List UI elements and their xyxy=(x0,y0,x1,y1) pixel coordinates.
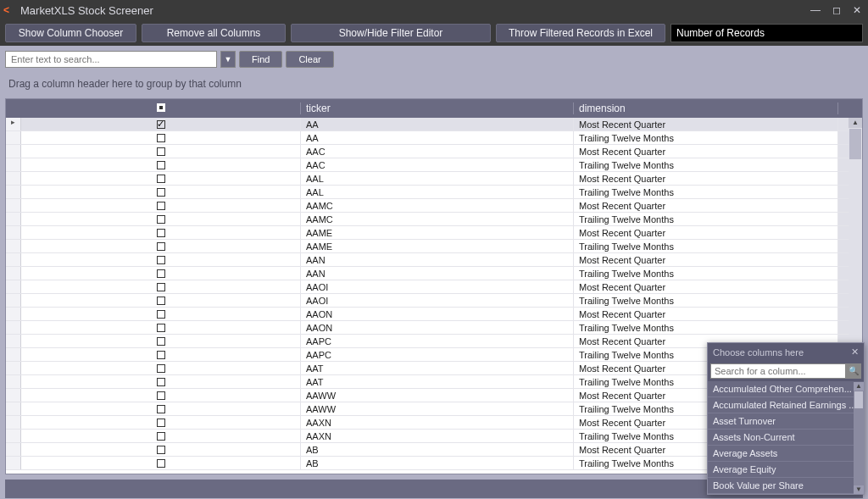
table-row[interactable]: AACMost Recent Quarter xyxy=(6,145,862,158)
ticker-cell[interactable]: AAPC xyxy=(301,348,574,361)
ticker-cell[interactable]: AAC xyxy=(301,145,574,158)
cc-scroll-up-icon[interactable]: ▲ xyxy=(854,382,864,391)
scroll-up-icon[interactable]: ▲ xyxy=(849,118,862,128)
cc-scroll-down-icon[interactable]: ▼ xyxy=(854,485,864,494)
ticker-cell[interactable]: AAPC xyxy=(301,335,574,347)
table-row[interactable]: ▸AAMost Recent Quarter xyxy=(6,118,862,131)
checkbox-icon[interactable] xyxy=(157,188,165,197)
ticker-cell[interactable]: AAMC xyxy=(301,213,574,225)
dimension-cell[interactable]: Most Recent Quarter xyxy=(574,280,838,293)
dimension-cell[interactable]: Trailing Twelve Months xyxy=(574,294,838,307)
remove-all-columns-button[interactable]: Remove all Columns xyxy=(142,24,286,42)
table-row[interactable]: AAMCTrailing Twelve Months xyxy=(6,213,862,226)
row-checkbox-cell[interactable] xyxy=(21,131,301,144)
table-row[interactable]: AAOITrailing Twelve Months xyxy=(6,294,862,308)
ticker-cell[interactable]: AAWW xyxy=(301,402,574,415)
row-checkbox-cell[interactable] xyxy=(21,362,301,374)
dimension-cell[interactable]: Most Recent Quarter xyxy=(574,145,838,158)
search-input[interactable] xyxy=(5,51,217,68)
ticker-cell[interactable]: AB xyxy=(301,457,574,469)
row-checkbox-cell[interactable] xyxy=(21,172,301,185)
checkbox-icon[interactable] xyxy=(157,324,165,332)
row-checkbox-cell[interactable] xyxy=(21,308,301,320)
table-row[interactable]: AANTrailing Twelve Months xyxy=(6,267,862,280)
ticker-cell[interactable]: AAN xyxy=(301,253,574,266)
column-chooser-item[interactable]: Average Equity xyxy=(708,462,864,478)
checkbox-icon[interactable] xyxy=(157,364,165,373)
table-row[interactable]: AAONTrailing Twelve Months xyxy=(6,321,862,335)
ticker-cell[interactable]: AAOI xyxy=(301,294,574,307)
checkbox-icon[interactable] xyxy=(157,242,165,251)
ticker-cell[interactable]: AAL xyxy=(301,172,574,185)
checkbox-icon[interactable] xyxy=(157,337,165,346)
header-checkbox[interactable] xyxy=(21,103,301,114)
table-row[interactable]: AAMETrailing Twelve Months xyxy=(6,240,862,253)
ticker-cell[interactable]: AAC xyxy=(301,158,574,171)
group-by-hint[interactable]: Drag a column header here to group by th… xyxy=(5,73,863,98)
scrollbar-thumb[interactable] xyxy=(849,129,861,159)
checkbox-icon[interactable] xyxy=(157,283,165,291)
ticker-cell[interactable]: AA xyxy=(301,131,574,144)
number-of-records-field[interactable]: Number of Records xyxy=(670,24,863,42)
ticker-cell[interactable]: AAXN xyxy=(301,416,574,429)
show-hide-filter-button[interactable]: Show/Hide Filter Editor xyxy=(291,24,491,42)
checkbox-icon[interactable] xyxy=(157,459,165,468)
ticker-cell[interactable]: AAMC xyxy=(301,199,574,212)
checkbox-icon[interactable] xyxy=(157,405,165,413)
row-checkbox-cell[interactable] xyxy=(21,267,301,280)
throw-filtered-button[interactable]: Throw Filtered Records in Excel xyxy=(496,24,665,42)
dimension-cell[interactable]: Most Recent Quarter xyxy=(574,226,838,239)
row-checkbox-cell[interactable] xyxy=(21,389,301,402)
row-checkbox-cell[interactable] xyxy=(21,158,301,171)
row-checkbox-cell[interactable] xyxy=(21,457,301,469)
cc-scrollbar-track[interactable] xyxy=(854,409,864,485)
row-checkbox-cell[interactable] xyxy=(21,375,301,388)
column-chooser-item[interactable]: Accumulated Other Comprehen... xyxy=(708,381,864,397)
checkbox-icon[interactable] xyxy=(157,215,165,224)
ticker-cell[interactable]: AAXN xyxy=(301,430,574,442)
column-chooser-close-icon[interactable]: ✕ xyxy=(851,347,859,358)
column-chooser-item[interactable]: Assets Non-Current xyxy=(708,430,864,446)
row-checkbox-cell[interactable] xyxy=(21,430,301,442)
row-checkbox-cell[interactable] xyxy=(21,118,301,130)
dimension-cell[interactable]: Trailing Twelve Months xyxy=(574,321,838,334)
checkbox-icon[interactable] xyxy=(157,446,165,454)
ticker-cell[interactable]: AB xyxy=(301,443,574,456)
ticker-cell[interactable]: AAME xyxy=(301,226,574,239)
minimize-button[interactable]: — xyxy=(807,4,824,16)
row-checkbox-cell[interactable] xyxy=(21,294,301,307)
checkbox-icon[interactable] xyxy=(157,351,165,359)
checkbox-icon[interactable] xyxy=(157,175,165,183)
checkbox-icon[interactable] xyxy=(157,120,165,129)
column-chooser-search-icon[interactable]: 🔍 xyxy=(846,363,861,379)
row-checkbox-cell[interactable] xyxy=(21,335,301,347)
ticker-cell[interactable]: AAN xyxy=(301,267,574,280)
row-checkbox-cell[interactable] xyxy=(21,348,301,361)
close-button[interactable]: ✕ xyxy=(849,4,865,16)
column-chooser-item[interactable]: Average Assets xyxy=(708,446,864,462)
maximize-button[interactable]: ◻ xyxy=(829,4,844,16)
checkbox-icon[interactable] xyxy=(157,310,165,319)
cc-scrollbar-thumb[interactable] xyxy=(854,391,863,408)
dimension-cell[interactable]: Trailing Twelve Months xyxy=(574,213,838,225)
dimension-cell[interactable]: Most Recent Quarter xyxy=(574,308,838,320)
ticker-cell[interactable]: AAWW xyxy=(301,389,574,402)
row-checkbox-cell[interactable] xyxy=(21,226,301,239)
row-checkbox-cell[interactable] xyxy=(21,416,301,429)
checkbox-icon[interactable] xyxy=(157,256,165,264)
checkbox-icon[interactable] xyxy=(157,161,165,169)
ticker-cell[interactable]: AAOI xyxy=(301,280,574,293)
table-row[interactable]: AAMCMost Recent Quarter xyxy=(6,199,862,213)
dimension-cell[interactable]: Most Recent Quarter xyxy=(574,118,838,130)
ticker-cell[interactable]: AAT xyxy=(301,362,574,374)
column-chooser-scrollbar[interactable]: ▲ ▼ xyxy=(854,382,864,494)
checkbox-icon[interactable] xyxy=(157,134,165,142)
header-ticker[interactable]: ticker xyxy=(301,103,574,114)
ticker-cell[interactable]: AAL xyxy=(301,186,574,198)
dimension-cell[interactable]: Trailing Twelve Months xyxy=(574,267,838,280)
table-row[interactable]: AALMost Recent Quarter xyxy=(6,172,862,186)
row-checkbox-cell[interactable] xyxy=(21,253,301,266)
checkbox-icon[interactable] xyxy=(157,432,165,441)
header-dimension[interactable]: dimension xyxy=(574,103,838,114)
checkbox-icon[interactable] xyxy=(157,147,165,156)
